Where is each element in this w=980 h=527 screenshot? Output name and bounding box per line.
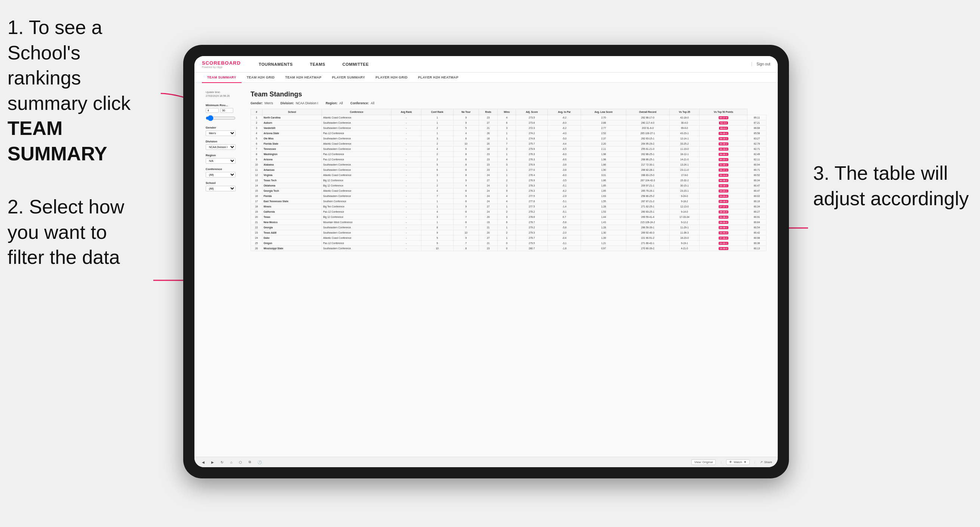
cell-col-10: 2.20 bbox=[581, 141, 626, 146]
filter-conference-select[interactable]: (All) bbox=[206, 172, 235, 178]
toolbar-forward-btn[interactable]: ▶ bbox=[209, 460, 216, 465]
tab-player-summary[interactable]: PLAYER SUMMARY bbox=[327, 73, 371, 83]
score-badge: 54-4-0 bbox=[719, 121, 728, 124]
score-badge: 36-17-1 bbox=[719, 168, 729, 171]
cell-col-0: 4 bbox=[251, 131, 262, 136]
tab-player-h2h-heatmap[interactable]: PLAYER H2H HEATMAP bbox=[413, 73, 464, 83]
filter-division-select[interactable]: NCAA Division I NCAA Division II bbox=[206, 144, 235, 150]
cell-col-3: - bbox=[391, 157, 422, 162]
cell-col-6: 27 bbox=[479, 235, 497, 241]
cell-col-0: 17 bbox=[251, 199, 262, 204]
cell-col-3: - bbox=[391, 209, 422, 214]
cell-col-4: 6 bbox=[421, 167, 453, 173]
cell-col-10: 2.88 bbox=[581, 121, 626, 125]
cell-col-8: 274.8 bbox=[516, 136, 548, 141]
table-filter-conference-val: All bbox=[371, 101, 374, 105]
filter-min-input[interactable] bbox=[206, 108, 219, 113]
score-badge: 30-19-0 bbox=[719, 148, 729, 151]
cell-col-4: 1 bbox=[421, 199, 453, 204]
score-badge: 33-18-1 bbox=[719, 184, 729, 187]
cell-col-14: 80.98 bbox=[748, 235, 767, 241]
score-badge: 70-25-1 bbox=[719, 132, 729, 135]
filter-max-input[interactable] bbox=[220, 108, 233, 113]
nav-committee[interactable]: COMMITTEE bbox=[339, 60, 372, 68]
cell-col-0: 26 bbox=[251, 246, 262, 251]
score-badge: 27-17-1 bbox=[719, 205, 729, 208]
toolbar-view-btn[interactable]: View: Original bbox=[691, 459, 716, 465]
cell-col-14: 83.27 bbox=[748, 136, 767, 141]
cell-col-10: 1.98 bbox=[581, 152, 626, 157]
cell-school: Oregon bbox=[262, 241, 321, 246]
cell-col-8: 278.3 bbox=[516, 183, 548, 188]
cell-col-11: 221 90-51-2 bbox=[626, 235, 670, 241]
toolbar-share-btn[interactable]: ↗ Share bbox=[760, 460, 772, 464]
filter-conference-label: Conference bbox=[206, 167, 243, 171]
cell-col-0: 6 bbox=[251, 141, 262, 146]
cell-col-14: 80.94 bbox=[748, 162, 767, 167]
tab-team-h2h-heatmap[interactable]: TEAM H2H HEATMAP bbox=[280, 73, 327, 83]
cell-col-8: 279.3 bbox=[516, 230, 548, 235]
toolbar-watch-btn[interactable]: 👁 Watch ▼ bbox=[726, 459, 749, 465]
toolbar-copy-btn[interactable]: ⧉ bbox=[247, 459, 253, 465]
table-row: 8WashingtonPac-12 Conference-28231276.3-… bbox=[251, 152, 767, 157]
cell-col-5: 8 bbox=[453, 173, 479, 178]
cell-col-12: 30-4-0 bbox=[669, 121, 700, 125]
table-row: 25OregonPac-12 Conference-97210279.5-3.1… bbox=[251, 241, 767, 246]
cell-col-12: 23-11-0 bbox=[669, 167, 700, 173]
tab-team-summary[interactable]: TEAM SUMMARY bbox=[202, 73, 242, 83]
score-badge: 39-20-1 bbox=[719, 153, 729, 156]
toolbar-back-btn[interactable]: ◀ bbox=[200, 460, 207, 465]
col-vs-top25: Vs Top 25 bbox=[669, 109, 700, 115]
filter-school-select[interactable]: (All) bbox=[206, 186, 235, 191]
instruction-1-text: 1. To see a School's rankings summary cl… bbox=[8, 16, 130, 165]
score-badge: 69-6-0 bbox=[719, 127, 728, 130]
nav-teams[interactable]: TEAMS bbox=[307, 60, 328, 68]
cell-col-9: -6.0 bbox=[548, 152, 581, 157]
col-avg-par: Avg. to Par bbox=[548, 109, 581, 115]
cell-col-9: -5.1 bbox=[548, 183, 581, 188]
cell-col-12: 15-32-2 bbox=[669, 178, 700, 183]
table-title: Team Standings bbox=[250, 90, 767, 98]
cell-col-3: - bbox=[391, 141, 422, 146]
cell-col-7: 2 bbox=[498, 230, 516, 235]
toolbar-home-btn[interactable]: ⌂ bbox=[229, 460, 234, 465]
cell-col-4: 8 bbox=[421, 225, 453, 230]
filter-division-label: Division bbox=[206, 140, 243, 143]
filter-gender-select[interactable]: Men's Women's bbox=[206, 130, 235, 136]
cell-col-14: 80.34 bbox=[748, 204, 767, 209]
table-row: 2AuburnSoutheastern Conference-19276273.… bbox=[251, 121, 767, 125]
cell-conference: Big 12 Conference bbox=[322, 183, 391, 188]
toolbar-refresh-btn[interactable]: ↻ bbox=[219, 460, 226, 465]
filter-gender-label: Gender bbox=[206, 126, 243, 129]
table-filter-region-val: All bbox=[339, 101, 343, 105]
nav-tournaments[interactable]: TOURNAMENTS bbox=[256, 60, 296, 68]
cell-col-4: 2 bbox=[421, 141, 453, 146]
cell-col-5: 9 bbox=[453, 194, 479, 199]
toolbar-share-label: Share bbox=[764, 460, 772, 464]
cell-col-14: 80.13 bbox=[748, 246, 767, 251]
cell-col-9: -6.2 bbox=[548, 125, 581, 131]
table-panel: Team Standings Gender: Men's Division: N… bbox=[250, 90, 767, 449]
filter-rounds-slider[interactable] bbox=[206, 115, 235, 121]
logo-sub: Powered by clippi bbox=[202, 66, 241, 68]
tab-player-h2h-grid[interactable]: PLAYER H2H GRID bbox=[370, 73, 413, 83]
cell-col-9: -3.1 bbox=[548, 241, 581, 246]
cell-col-12: 11-38-3 bbox=[669, 230, 700, 235]
col-adj-score: Adj. Score bbox=[516, 109, 548, 115]
cell-col-11: 265 100-27-1 bbox=[626, 131, 670, 136]
cell-col-5: 9 bbox=[453, 178, 479, 183]
cell-col-4: 2 bbox=[421, 125, 453, 131]
cell-conference: Southeastern Conference bbox=[322, 246, 391, 251]
cell-col-8: 277.6 bbox=[516, 199, 548, 204]
cell-col-10: 1.53 bbox=[581, 209, 626, 214]
tab-team-h2h-grid[interactable]: TEAM H2H GRID bbox=[242, 73, 280, 83]
sign-out-button[interactable]: Sign out bbox=[751, 62, 770, 66]
filter-region-select[interactable]: N/A All bbox=[206, 158, 235, 164]
cell-col-12: 42-18-0 bbox=[669, 115, 700, 121]
toolbar-clock-btn[interactable]: 🕐 bbox=[256, 460, 264, 465]
cell-conference: Southeastern Conference bbox=[322, 225, 391, 230]
toolbar-share-small-btn[interactable]: ⬡ bbox=[237, 460, 244, 465]
cell-col-12: 13-24-1 bbox=[669, 162, 700, 167]
cell-school: Arizona bbox=[262, 157, 321, 162]
cell-col-4: 10 bbox=[421, 246, 453, 251]
